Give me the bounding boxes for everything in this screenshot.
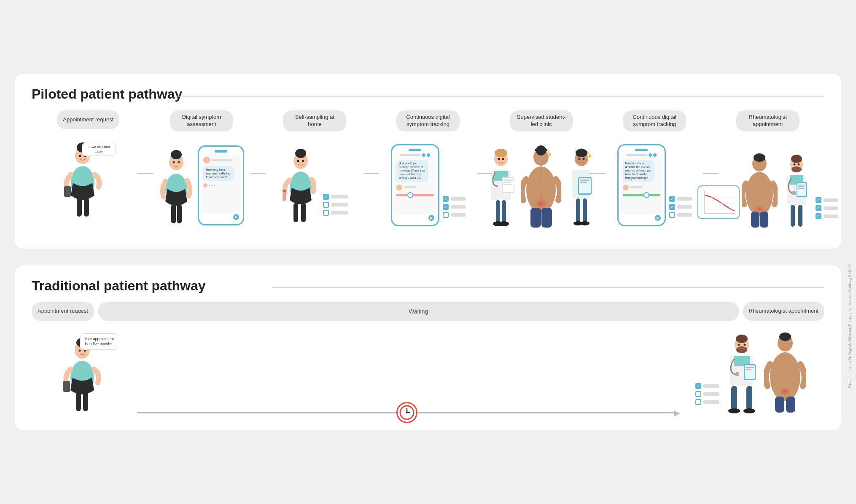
trad-check-box-1	[695, 383, 701, 389]
check-line-6c	[677, 213, 692, 217]
svg-point-94	[793, 163, 795, 165]
svg-point-67	[580, 221, 590, 225]
check-item-6a	[669, 196, 692, 202]
trad-step-1: Appointment request	[32, 302, 94, 321]
check-box-4b	[443, 204, 449, 210]
trad-speech-bubble: Your appointment is in five months.	[80, 333, 118, 350]
trad-check-3	[695, 399, 719, 405]
svg-point-86	[792, 191, 796, 195]
main-container: Piloted patient pathway Appointment requ…	[15, 74, 841, 430]
traditional-title: Traditional patient pathway	[32, 278, 824, 294]
check-line-1	[331, 195, 348, 198]
trad-check-box-3	[695, 399, 701, 405]
svg-line-57	[587, 152, 590, 155]
svg-rect-64	[576, 198, 580, 223]
chart-svg	[701, 189, 737, 217]
svg-point-16	[178, 161, 180, 163]
svg-rect-34	[503, 182, 511, 183]
svg-rect-93	[798, 205, 802, 227]
svg-point-128	[775, 380, 795, 397]
traditional-steps-row: Appointment request Waiting Rheumatologi…	[32, 302, 824, 321]
svg-point-58	[589, 155, 591, 158]
check-item-6c	[669, 212, 692, 218]
phone-send-2[interactable]: ▶	[233, 214, 239, 220]
step-label-5: Supervised student-led clinic	[510, 110, 573, 131]
check-box-2	[323, 202, 329, 208]
svg-rect-100	[63, 381, 70, 392]
sampling-scene	[282, 146, 348, 224]
check-item-4c	[443, 212, 466, 218]
chart-frame	[697, 185, 740, 219]
check-item-4b	[443, 204, 466, 210]
svg-point-111	[736, 346, 747, 353]
step-label-7: Rheumatologist appointment	[736, 110, 799, 131]
check-box-7a	[816, 197, 821, 203]
phone-bottom-6: ▶	[621, 214, 662, 222]
check-box-3	[323, 210, 329, 216]
svg-point-126	[779, 332, 791, 341]
check-box-4a	[443, 196, 449, 202]
svg-rect-116	[746, 386, 752, 410]
svg-point-83	[791, 166, 802, 172]
step-rheumatologist: Rheumatologist appointment	[711, 110, 824, 232]
check-line-4c	[451, 213, 466, 217]
trad-doctor-svg	[723, 331, 761, 413]
svg-point-40	[498, 158, 500, 160]
svg-rect-22	[283, 190, 286, 192]
phone-frame-4: How would you describe the level of morn…	[391, 144, 439, 226]
svg-rect-78	[751, 212, 759, 228]
step-continuous-2: Continuous digital symptom tracking How	[598, 110, 711, 232]
trad-label-3: Rheumatologist appointment	[743, 302, 825, 321]
svg-point-39	[499, 221, 509, 226]
svg-rect-35	[503, 184, 512, 185]
svg-point-119	[738, 343, 740, 346]
person-svg-3	[282, 146, 320, 224]
piloted-section: Piloted patient pathway Appointment requ…	[15, 74, 841, 249]
step-appointment-request: Appointment request … we can start today	[32, 110, 145, 229]
check-box-7c	[816, 213, 821, 219]
piloted-title-line	[175, 96, 824, 97]
checklist-3	[323, 194, 348, 216]
speech-bubble-1: … we can start today	[82, 143, 116, 156]
check-item-7a	[816, 197, 838, 203]
person-calling-1: … we can start today	[61, 141, 116, 225]
svg-point-25	[297, 160, 299, 162]
svg-point-26	[302, 160, 304, 162]
check-item-1	[323, 194, 348, 200]
chat-bubble-6: How would you describe the level of morn…	[623, 160, 655, 181]
svg-rect-6	[84, 198, 89, 217]
step-illustration-2: How long have you been suffering from ba…	[159, 139, 244, 232]
trad-right-area	[677, 331, 824, 413]
step-illustration-3	[272, 139, 357, 232]
svg-rect-101	[76, 392, 81, 411]
phone-send-4[interactable]: ▶	[428, 215, 434, 221]
svg-point-108	[406, 412, 408, 413]
svg-rect-14	[177, 204, 182, 223]
phone-bottom-2: ▶	[201, 213, 241, 221]
step-label-3: Self-sampling at home	[283, 110, 346, 131]
phone-screen-2: How long have you been suffering from ba…	[201, 155, 241, 213]
clock-svg	[399, 405, 415, 420]
svg-rect-33	[503, 180, 513, 181]
svg-rect-37	[502, 200, 506, 223]
phone-notch-4	[409, 149, 421, 151]
svg-point-11	[173, 150, 179, 156]
step-label-6: Continuous digital symptom tracking	[623, 110, 686, 131]
phone-send-6[interactable]: ▶	[655, 215, 661, 221]
svg-rect-90	[798, 186, 804, 188]
phone-notch-6	[635, 149, 648, 151]
check-line-4b	[451, 205, 466, 209]
clock-icon	[396, 402, 417, 423]
trad-check-2	[695, 391, 719, 397]
traditional-title-line	[272, 287, 824, 288]
traditional-illustrations: Your appointment is in five months.	[32, 329, 824, 413]
svg-point-28	[495, 149, 507, 157]
svg-point-103	[79, 349, 81, 351]
svg-rect-62	[580, 180, 590, 181]
check-item-6b	[669, 204, 692, 210]
check-item-7b	[816, 205, 838, 211]
chat-bubble-4: How would you describe the level of morn…	[396, 160, 428, 181]
check-box-6a	[669, 196, 675, 202]
traditional-section: Traditional patient pathway Appointment …	[15, 265, 841, 430]
svg-point-76	[754, 153, 765, 162]
